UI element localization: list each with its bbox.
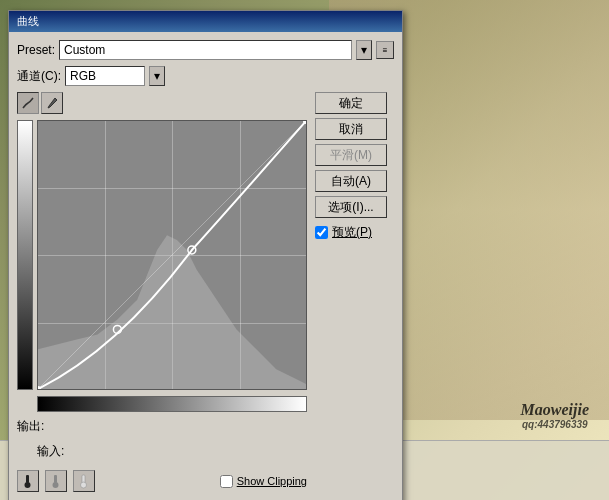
auto-button[interactable]: 自动(A) [315, 170, 387, 192]
options-button[interactable]: 选项(I)... [315, 196, 387, 218]
preview-checkbox[interactable] [315, 226, 328, 239]
input-area: 输入: [37, 443, 307, 460]
preset-menu-button[interactable]: ≡ [376, 41, 394, 59]
left-panel: 输出: 输入: [17, 92, 307, 500]
svg-rect-5 [26, 475, 29, 483]
curves-dialog: 曲线 Preset: Custom ▾ ≡ 通道(C): RGB ▾ [8, 10, 403, 500]
preview-row: 预览(P) [315, 224, 387, 241]
channel-value: RGB [70, 69, 96, 83]
input-gradient-bar [37, 396, 307, 412]
output-label: 输出: [17, 418, 44, 435]
preset-label: Preset: [17, 43, 55, 57]
qq-number: qq:443796339 [521, 419, 589, 430]
show-clipping-row: Show Clipping [220, 475, 307, 488]
gray-point-eyedropper[interactable] [45, 470, 67, 492]
svg-rect-7 [54, 475, 57, 483]
curve-container [17, 120, 307, 390]
curve-grid[interactable] [37, 120, 307, 390]
svg-point-10 [81, 482, 87, 488]
brand-name: Maoweijie [521, 401, 589, 419]
output-gradient-bar [17, 120, 33, 390]
confirm-button[interactable]: 确定 [315, 92, 387, 114]
svg-line-0 [38, 121, 306, 389]
white-point-eyedropper[interactable] [73, 470, 95, 492]
dialog-title: 曲线 [17, 14, 39, 29]
channel-label: 通道(C): [17, 68, 61, 85]
curve-line [38, 121, 306, 389]
right-panel: 确定 取消 平滑(M) 自动(A) 选项(I)... 预览(P) [315, 92, 387, 500]
curve-tool-button[interactable] [17, 92, 39, 114]
channel-row: 通道(C): RGB ▾ [17, 66, 394, 86]
channel-dropdown-arrow[interactable]: ▾ [149, 66, 165, 86]
svg-point-6 [25, 482, 31, 488]
preset-dropdown-arrow[interactable]: ▾ [356, 40, 372, 60]
input-label: 输入: [37, 443, 64, 460]
cancel-button[interactable]: 取消 [315, 118, 387, 140]
show-clipping-checkbox[interactable] [220, 475, 233, 488]
tool-row [17, 92, 307, 114]
preset-value: Custom [64, 43, 105, 57]
preset-select[interactable]: Custom [59, 40, 352, 60]
channel-select[interactable]: RGB [65, 66, 145, 86]
preview-label[interactable]: 预览(P) [332, 224, 372, 241]
black-point-eyedropper[interactable] [17, 470, 39, 492]
pencil-tool-button[interactable] [41, 92, 63, 114]
show-clipping-label[interactable]: Show Clipping [237, 475, 307, 487]
watermark: Maoweijie qq:443796339 [521, 401, 589, 430]
preset-row: Preset: Custom ▾ ≡ [17, 40, 394, 60]
main-area: 输出: 输入: [17, 92, 394, 500]
dialog-titlebar: 曲线 [9, 11, 402, 32]
dialog-body: Preset: Custom ▾ ≡ 通道(C): RGB ▾ [9, 32, 402, 500]
smooth-button[interactable]: 平滑(M) [315, 144, 387, 166]
output-area: 输出: [17, 418, 307, 435]
svg-point-8 [53, 482, 59, 488]
bottom-tool-row: Show Clipping [17, 470, 307, 492]
